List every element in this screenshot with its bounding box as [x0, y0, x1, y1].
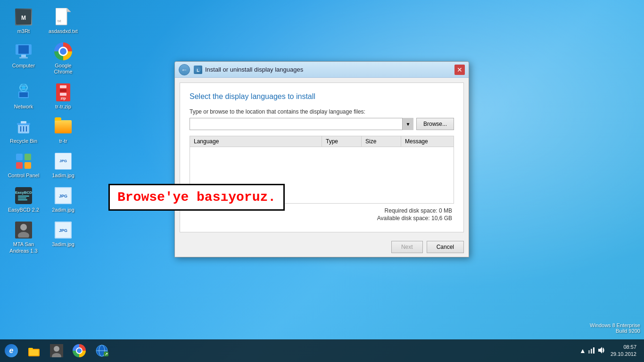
clock-area[interactable]: 08:57 29.10.2012: [607, 344, 640, 358]
desktop-icon-computer[interactable]: Computer: [5, 39, 42, 78]
dialog-input-wrapper: ▼: [190, 118, 413, 130]
computer-icon: [15, 42, 33, 60]
tray-arrow-icon[interactable]: ▲: [579, 347, 586, 354]
desktop-icon-txt[interactable]: txt asdasdxd.txt: [44, 5, 82, 37]
folder-label: tr-tr: [59, 138, 67, 144]
svg-point-12: [22, 86, 25, 90]
m3rt-icon: M: [15, 8, 32, 25]
tray-volume-icon[interactable]: [597, 346, 605, 355]
folder-icon: [55, 120, 72, 133]
desktop-icon-1adim[interactable]: JPG 1adim.jpg: [44, 149, 82, 181]
dialog-close-button[interactable]: ✕: [454, 65, 465, 75]
svg-rect-10: [19, 92, 28, 97]
jpg2-icon: JPG: [55, 187, 72, 204]
taskbar: e: [0, 339, 644, 362]
svg-point-39: [18, 232, 29, 238]
svg-rect-22: [21, 121, 26, 123]
svg-text:txt: txt: [58, 19, 61, 23]
desktop-icon-network[interactable]: Network: [5, 80, 42, 113]
svg-text:M: M: [21, 15, 26, 21]
next-button[interactable]: Next: [391, 241, 423, 253]
recycle-icon: [15, 118, 32, 135]
svg-marker-60: [598, 347, 602, 354]
svg-rect-32: [18, 196, 29, 197]
col-language: Language: [190, 136, 322, 147]
dialog-footer: Next Cancel: [175, 237, 469, 257]
svg-text:JPG: JPG: [59, 194, 67, 198]
svg-text:JPG: JPG: [59, 228, 67, 233]
dialog-path-input[interactable]: [190, 118, 413, 130]
svg-rect-29: [25, 162, 31, 169]
globe-taskbar-icon: ↗: [95, 344, 108, 357]
svg-rect-17: [60, 89, 66, 92]
svg-rect-8: [19, 57, 28, 58]
dialog-window: ← L Install or uninstall display languag…: [174, 61, 469, 257]
zip-icon: zip: [56, 83, 70, 101]
tray-network-icon[interactable]: [588, 346, 595, 355]
taskbar-items: e: [0, 339, 576, 362]
svg-rect-47: [29, 350, 39, 355]
available-disk-label: Available disk space:: [377, 215, 431, 222]
clock-date: 29.10.2012: [611, 351, 636, 358]
ie-icon: e: [5, 344, 18, 357]
desktop-icon-zip[interactable]: zip tr-tr.zip: [44, 80, 82, 113]
dropdown-arrow[interactable]: ▼: [402, 118, 413, 130]
taskbar-item-person[interactable]: [45, 339, 68, 362]
desktop-icon-easybcd[interactable]: EasyBCD EasyBCD 2.2: [5, 183, 42, 216]
available-disk-value: 10,6 GB: [431, 215, 452, 222]
taskbar-tray: ▲ 08:57 29.10.2012: [576, 339, 644, 362]
txt-label: asdasdxd.txt: [49, 28, 78, 34]
dialog-back-button[interactable]: ←: [179, 64, 190, 75]
cancel-button[interactable]: Cancel: [427, 241, 464, 253]
desktop-icon-3adim[interactable]: JPG 3adim.jpg: [44, 218, 82, 256]
desktop-icon-folder[interactable]: tr-tr: [44, 115, 82, 147]
desktop-icon-recycle[interactable]: Recycle Bin: [5, 115, 42, 147]
svg-rect-33: [18, 197, 26, 198]
os-line2: Build 9200: [590, 328, 640, 334]
desktop-icon-chrome[interactable]: Google Chrome: [44, 39, 82, 78]
computer-label: Computer: [12, 63, 35, 69]
control-panel-label: Control Panel: [8, 173, 40, 179]
person-icon: [15, 222, 32, 239]
chrome-desktop-icon: [54, 42, 72, 60]
svg-rect-28: [16, 162, 23, 169]
1adim-label: 1adim.jpg: [52, 173, 74, 179]
svg-rect-59: [593, 347, 594, 354]
os-info: Windows 8 Enterprise Build 9200: [590, 322, 640, 334]
svg-rect-57: [588, 350, 590, 354]
taskbar-item-chrome[interactable]: [68, 339, 91, 362]
svg-text:↗: ↗: [105, 352, 108, 356]
txt-icon: txt: [56, 8, 71, 26]
jpg3-icon: JPG: [55, 222, 72, 239]
dialog-titlebar: ← L Install or uninstall display languag…: [175, 62, 469, 78]
dialog-title-icon: L: [194, 66, 202, 74]
svg-rect-34: [18, 199, 27, 200]
taskbar-item-globe[interactable]: ↗: [91, 339, 113, 362]
desktop-icon-control-panel[interactable]: Control Panel: [5, 149, 42, 181]
desktop-icons: M m3Rt txt asdasdxd.txt: [5, 5, 82, 257]
dialog-input-label: Type or browse to the location that cont…: [190, 108, 454, 115]
svg-rect-27: [25, 154, 31, 160]
control-panel-icon: [15, 153, 32, 170]
recycle-label: Recycle Bin: [10, 138, 37, 144]
available-disk-space: Available disk space: 10,6 GB: [190, 215, 452, 222]
clock-time: 08:57: [623, 344, 636, 351]
svg-marker-3: [67, 8, 71, 12]
col-type: Type: [322, 136, 362, 147]
2adim-label: 2adim.jpg: [52, 207, 74, 213]
taskbar-item-explorer[interactable]: [23, 339, 45, 362]
svg-text:EasyBCD: EasyBCD: [15, 190, 32, 195]
m3rt-label: m3Rt: [17, 28, 30, 34]
taskbar-item-ie[interactable]: e: [0, 339, 23, 362]
svg-rect-18: [60, 93, 66, 96]
desktop-icon-2adim[interactable]: JPG 2adim.jpg: [44, 183, 82, 216]
dialog-browse-button[interactable]: Browse...: [416, 118, 454, 130]
easybcd-icon: EasyBCD: [15, 187, 32, 204]
desktop-icon-mta[interactable]: MTA San Andreas 1.3: [5, 218, 42, 256]
svg-rect-26: [16, 154, 23, 160]
annotation-box: Browse'ye basıyoruz.: [108, 184, 285, 211]
desktop-icon-m3rt[interactable]: M m3Rt: [5, 5, 42, 37]
zip-label: tr-tr.zip: [55, 104, 71, 110]
chrome-label: Google Chrome: [46, 63, 80, 75]
svg-rect-16: [60, 85, 66, 88]
